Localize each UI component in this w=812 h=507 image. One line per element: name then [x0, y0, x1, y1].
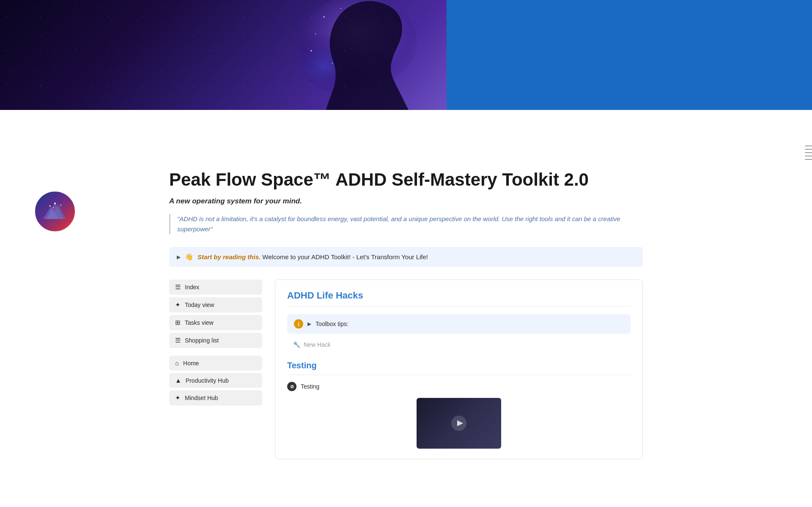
callout-content: Start by reading this. Welcome to your A… [198, 253, 428, 260]
scrollbar-line-5 [805, 159, 812, 160]
toolbox-label: Toolbox tips: [315, 321, 348, 327]
new-hack-label: New Hack [304, 341, 331, 348]
info-icon: i [294, 319, 303, 329]
sun-icon: ✦ [175, 301, 181, 309]
scrollbar-line-2 [805, 149, 812, 150]
sidebar-item-productivity-hub[interactable]: ▲ Productivity Hub [169, 373, 262, 388]
svg-point-17 [60, 204, 61, 205]
svg-point-6 [353, 29, 354, 30]
svg-point-16 [49, 205, 51, 206]
sidebar-label-tasks-view: Tasks view [185, 319, 214, 326]
list2-icon: ☰ [175, 337, 181, 344]
svg-point-1 [299, 25, 383, 93]
testing-label: Testing [301, 383, 319, 390]
sidebar-label-home: Home [183, 360, 199, 367]
svg-point-2 [324, 16, 325, 18]
svg-point-18 [53, 207, 54, 208]
hero-banner [0, 0, 812, 110]
sidebar-item-tasks-view[interactable]: ⊞ Tasks view [169, 315, 262, 330]
sidebar-item-shopping-list[interactable]: ☰ Shopping list [169, 333, 262, 348]
scrollbar[interactable] [805, 144, 812, 162]
callout-emoji: 👋 [185, 253, 193, 261]
sidebar-nav: ☰ Index ✦ Today view ⊞ Tasks view ☰ Shop… [169, 280, 262, 406]
scrollbar-line-4 [805, 156, 812, 156]
brain-silhouette-icon [290, 0, 447, 110]
new-hack-button[interactable]: 🔧 New Hack [287, 339, 337, 351]
sidebar-item-today-view[interactable]: ✦ Today view [169, 297, 262, 312]
sparkle-icon: ✦ [175, 394, 181, 402]
grid-icon: ⊞ [175, 319, 181, 326]
callout-description: Welcome to your ADHD Toolkit! - Let's Tr… [261, 253, 428, 260]
page-title: Peak Flow Space™ ADHD Self-Mastery Toolk… [169, 169, 643, 190]
sidebar-label-shopping-list: Shopping list [185, 337, 219, 344]
sidebar-label-index: Index [185, 284, 199, 290]
sidebar-item-mindset-hub[interactable]: ✦ Mindset Hub [169, 390, 262, 406]
sidebar-item-index[interactable]: ☰ Index [169, 280, 262, 295]
svg-point-4 [374, 21, 376, 22]
testing-title: Testing [287, 361, 631, 375]
testing-icon: ⊘ [287, 382, 296, 391]
main-panel: ADHD Life Hacks i ▶ Toolbox tips: 🔧 New … [275, 280, 643, 459]
svg-point-5 [315, 33, 316, 34]
svg-point-10 [311, 50, 312, 52]
toolbox-expand-icon[interactable]: ▶ [307, 321, 311, 327]
hero-right [447, 0, 812, 110]
sidebar-label-mindset-hub: Mindset Hub [185, 395, 218, 401]
hero-left [0, 0, 447, 110]
svg-point-7 [391, 12, 392, 13]
svg-point-9 [332, 63, 333, 64]
list-icon: ☰ [175, 283, 181, 291]
mountain-icon: ▲ [175, 377, 181, 384]
page-subtitle: A new operating system for your mind. [169, 197, 643, 206]
testing-row: ⊘ Testing [287, 382, 631, 391]
page-quote: "ADHD is not a limitation, it's a cataly… [169, 214, 643, 234]
svg-point-0 [299, 0, 417, 89]
svg-point-3 [340, 8, 341, 9]
home-icon: ⌂ [175, 359, 179, 367]
wrench-icon: 🔧 [293, 341, 300, 348]
logo-circle [34, 190, 76, 233]
svg-point-8 [366, 46, 367, 47]
sidebar-item-home[interactable]: ⌂ Home [169, 356, 262, 370]
callout-box: ▶ 👋 Start by reading this. Welcome to yo… [169, 247, 643, 267]
scrollbar-line-3 [805, 152, 812, 153]
logo-icon [42, 200, 68, 223]
toolbox-row: i ▶ Toolbox tips: [287, 314, 631, 334]
thumbnail-row [287, 398, 631, 449]
scrollbar-line-1 [805, 145, 812, 146]
sidebar-label-productivity-hub: Productivity Hub [186, 377, 229, 384]
adhd-hacks-title: ADHD Life Hacks [287, 290, 631, 307]
svg-point-11 [383, 38, 384, 38]
sidebar-label-today-view: Today view [185, 301, 214, 308]
svg-point-15 [54, 203, 56, 204]
play-icon [450, 415, 467, 432]
callout-arrow-icon: ▶ [177, 254, 181, 260]
video-thumbnail[interactable] [417, 398, 501, 449]
callout-link[interactable]: Start by reading this. [198, 253, 261, 260]
